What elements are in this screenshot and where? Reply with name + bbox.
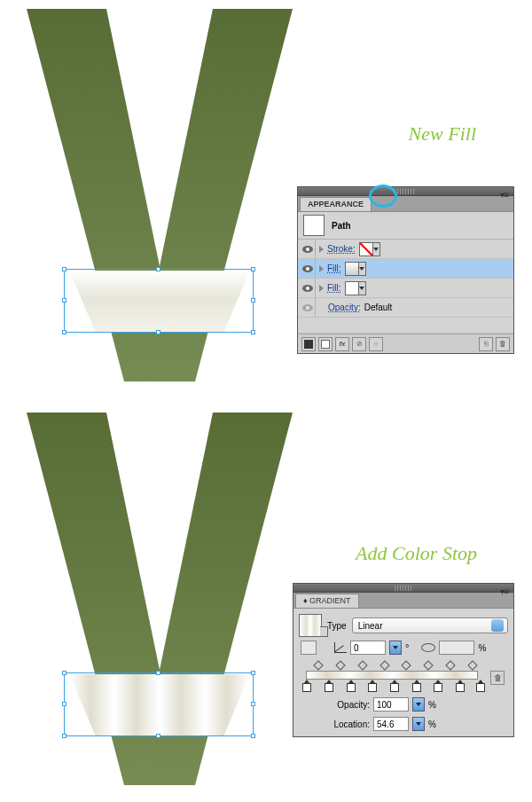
fill-link[interactable]: Fill: xyxy=(327,283,341,293)
visibility-icon[interactable] xyxy=(302,285,313,292)
color-stop[interactable] xyxy=(390,680,399,690)
pct-label: % xyxy=(478,643,486,653)
fill-row-selected[interactable]: Fill: xyxy=(298,259,513,279)
footer-btn[interactable]: ○ xyxy=(369,337,383,351)
opacity-row[interactable]: Opacity: Default xyxy=(298,298,513,318)
opacity-dropdown[interactable] xyxy=(412,697,425,712)
opacity-link[interactable]: Opacity: xyxy=(328,303,361,312)
gradient-tab[interactable]: ♦ GRADIENT xyxy=(295,594,359,608)
visibility-icon[interactable] xyxy=(302,265,313,272)
delete-stop-button[interactable]: 🗑 xyxy=(490,671,505,685)
color-stop[interactable] xyxy=(325,680,333,690)
target-object-row: Path xyxy=(298,212,513,240)
color-stop[interactable] xyxy=(476,680,485,690)
fill-link[interactable]: Fill: xyxy=(327,263,341,273)
visibility-icon[interactable] xyxy=(302,246,313,253)
footer-btn[interactable] xyxy=(318,337,332,351)
gradient-ramp[interactable] xyxy=(306,671,478,680)
gradient-slider[interactable]: 🗑 xyxy=(301,662,483,692)
stroke-swatch[interactable] xyxy=(359,242,373,256)
angle-dropdown[interactable] xyxy=(389,641,402,655)
stroke-link[interactable]: Stroke: xyxy=(327,244,356,254)
new-fill-label: New Fill xyxy=(409,122,476,145)
stroke-swatch-dropdown[interactable] xyxy=(373,242,380,256)
panel-titlebar[interactable] xyxy=(293,584,513,593)
delete-button[interactable]: 🗑 xyxy=(496,337,510,351)
fx-button[interactable]: fx xyxy=(335,337,349,351)
gradient-panel: ♦ GRADIENT ▾≡ Type Linear ° % xyxy=(293,583,514,737)
stop-opacity-input[interactable] xyxy=(373,697,409,712)
callout-highlight xyxy=(369,185,397,208)
disclosure-triangle-icon[interactable] xyxy=(319,246,324,253)
gradient-preview-swatch[interactable] xyxy=(299,614,322,637)
color-stop[interactable] xyxy=(302,680,311,690)
aspect-input[interactable] xyxy=(439,641,474,655)
add-color-stop-label: Add Color Stop xyxy=(356,542,477,565)
panel-menu-icon[interactable]: ▾≡ xyxy=(499,586,510,596)
panel-menu-icon[interactable]: ▾≡ xyxy=(499,189,510,200)
selection-bounds xyxy=(64,672,254,736)
color-stop[interactable] xyxy=(456,680,465,690)
fill-swatch[interactable] xyxy=(345,281,359,295)
location-label: Location: xyxy=(325,719,370,729)
angle-icon xyxy=(334,642,347,653)
fill-swatch-dropdown[interactable] xyxy=(359,281,366,295)
color-stop[interactable] xyxy=(368,680,377,690)
opacity-value: Default xyxy=(364,303,393,312)
new-button[interactable]: ⎗ xyxy=(479,337,493,351)
opacity-label: Opacity: xyxy=(325,700,370,710)
location-dropdown[interactable] xyxy=(412,717,425,731)
fill-swatch[interactable] xyxy=(345,262,359,276)
panel-titlebar[interactable] xyxy=(298,187,513,196)
aspect-ratio-icon xyxy=(421,643,435,652)
stroke-row[interactable]: Stroke: xyxy=(298,240,513,259)
appearance-panel: APPEARANCE ▾≡ Path Stroke: Fill: xyxy=(297,186,514,354)
appearance-tab[interactable]: APPEARANCE xyxy=(300,197,372,211)
gradient-type-dropdown[interactable]: Linear xyxy=(352,617,508,633)
object-type-label: Path xyxy=(332,221,351,231)
footer-btn[interactable] xyxy=(301,337,316,351)
fill-swatch-dropdown[interactable] xyxy=(359,262,366,276)
stop-location-input[interactable] xyxy=(373,717,409,731)
disclosure-triangle-icon[interactable] xyxy=(319,265,324,272)
color-stop[interactable] xyxy=(347,680,356,690)
visibility-icon[interactable] xyxy=(302,304,313,311)
reverse-gradient-button[interactable] xyxy=(301,641,317,655)
disclosure-triangle-icon[interactable] xyxy=(319,285,324,292)
color-stop[interactable] xyxy=(434,680,442,690)
clear-button[interactable]: ⊘ xyxy=(352,337,366,351)
fill-row[interactable]: Fill: xyxy=(298,279,513,298)
type-label: Type xyxy=(327,621,347,631)
selection-bounds xyxy=(64,269,254,333)
panel-footer: fx ⊘ ○ ⎗ 🗑 xyxy=(298,334,513,353)
object-thumbnail xyxy=(303,215,325,236)
color-stop[interactable] xyxy=(412,680,421,690)
angle-input[interactable] xyxy=(350,641,386,655)
